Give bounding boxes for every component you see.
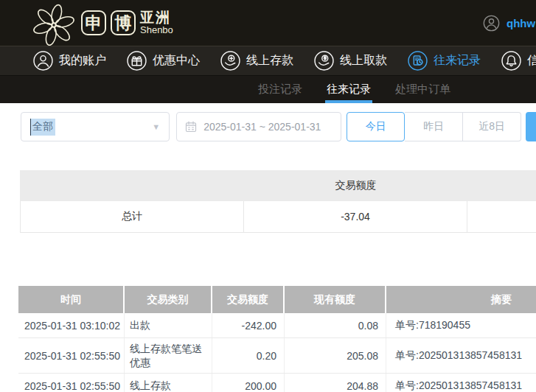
nav-label: 优惠中心 xyxy=(153,53,200,69)
column-header-type: 交易类别 xyxy=(125,286,212,313)
summary-table: 交易额度 总计 -37.04 xyxy=(20,170,536,233)
filter-row: 全部 ▼ 2025-01-31 ~ 2025-01-31 今日 昨日 近8日 xyxy=(21,112,536,141)
page: 申 博 亚洲 Shenbo qhhw 我的账户 xyxy=(0,0,536,392)
cell-summary: 单号:202501313857458131 xyxy=(386,338,536,373)
type-select[interactable]: 全部 ▼ xyxy=(21,112,170,141)
type-select-value: 全部 xyxy=(30,119,55,136)
cell-time: 2025-01-31 02:55:50 xyxy=(18,338,125,373)
nav-label: 我的账户 xyxy=(59,53,106,69)
nav-item-my-account[interactable]: 我的账户 xyxy=(33,51,106,71)
cell-balance: 205.08 xyxy=(285,338,386,373)
table-row: 2025-01-31 02:55:50 线上存款笔笔送优惠 0.20 205.0… xyxy=(18,338,536,374)
tab-label: 往来记录 xyxy=(327,83,371,97)
nav-label: 线上取款 xyxy=(340,53,387,69)
records-icon xyxy=(408,51,428,71)
table-row: 2025-01-31 03:10:02 出款 -242.00 0.08 单号:7… xyxy=(18,313,536,338)
summary-total-label: 总计 xyxy=(21,201,244,232)
cell-amount: 200.00 xyxy=(212,374,285,392)
today-button[interactable]: 今日 xyxy=(347,112,405,141)
sub-tabbar: 投注记录 往来记录 处理中订单 xyxy=(0,76,536,103)
date-range-input[interactable]: 2025-01-31 ~ 2025-01-31 xyxy=(176,112,341,141)
column-header-amount: 交易额度 xyxy=(212,286,285,313)
nav-item-transactions[interactable]: 往来记录 xyxy=(408,51,481,71)
user-area[interactable]: qhhw xyxy=(483,0,535,46)
records-table-header: 时间 交易类别 交易额度 现有额度 摘要 xyxy=(18,286,536,313)
cell-type: 出款 xyxy=(125,313,212,337)
column-header-balance: 现有额度 xyxy=(285,286,386,313)
nav-item-deposit[interactable]: 线上存款 xyxy=(220,51,293,71)
summary-total-spacer xyxy=(467,201,536,232)
flower-logo-icon xyxy=(31,2,77,46)
cell-time: 2025-01-31 03:10:02 xyxy=(18,313,125,337)
tab-transaction-records[interactable]: 往来记录 xyxy=(327,76,371,103)
user-icon xyxy=(33,51,53,71)
records-table: 时间 交易类别 交易额度 现有额度 摘要 2025-01-31 03:10:02… xyxy=(18,286,536,392)
date-range-value: 2025-01-31 ~ 2025-01-31 xyxy=(203,121,321,133)
cell-summary: 单号:718190455 xyxy=(386,313,536,337)
tab-bet-records[interactable]: 投注记录 xyxy=(258,76,302,103)
logo-brand-en: Shenbo xyxy=(140,25,173,35)
user-avatar-icon xyxy=(483,15,500,32)
chevron-down-icon: ▼ xyxy=(152,122,160,131)
cell-balance: 0.08 xyxy=(285,313,386,337)
search-button[interactable] xyxy=(526,112,536,141)
summary-table-header: 交易额度 xyxy=(20,170,536,201)
top-header: 申 博 亚洲 Shenbo qhhw xyxy=(0,0,536,46)
cell-balance: 204.88 xyxy=(285,374,386,392)
withdraw-icon xyxy=(314,51,334,71)
logo-wordmark: 亚洲 Shenbo xyxy=(140,10,173,35)
nav-label: 信 xyxy=(527,53,536,69)
cell-amount: -242.00 xyxy=(212,313,285,337)
nav-label: 往来记录 xyxy=(434,53,481,69)
summary-total-row: 总计 -37.04 xyxy=(20,201,536,233)
bell-icon xyxy=(501,51,521,71)
cell-type: 线上存款笔笔送优惠 xyxy=(125,338,212,373)
column-header-time: 时间 xyxy=(18,286,125,313)
tab-pending-orders[interactable]: 处理中订单 xyxy=(395,76,450,103)
summary-header-amount: 交易额度 xyxy=(244,179,467,192)
tab-label: 投注记录 xyxy=(258,83,302,97)
logo-region-text: 亚洲 xyxy=(140,10,173,25)
gift-icon xyxy=(127,51,147,71)
logo-char-shen: 申 xyxy=(81,10,106,35)
tab-label: 处理中订单 xyxy=(395,83,450,97)
logo-char-bo: 博 xyxy=(111,10,136,35)
cell-type: 线上存款 xyxy=(125,374,212,392)
brand-logo[interactable]: 申 博 亚洲 Shenbo xyxy=(31,0,173,46)
column-header-summary: 摘要 xyxy=(386,286,536,313)
deposit-icon xyxy=(220,51,240,71)
nav-label: 线上存款 xyxy=(246,53,293,69)
nav-item-withdraw[interactable]: 线上取款 xyxy=(314,51,387,71)
table-row: 2025-01-31 02:55:50 线上存款 200.00 204.88 单… xyxy=(18,374,536,392)
cell-amount: 0.20 xyxy=(212,338,285,373)
last-8-days-button[interactable]: 近8日 xyxy=(463,112,521,141)
cell-time: 2025-01-31 02:55:50 xyxy=(18,374,125,392)
nav-item-messages[interactable]: 信 xyxy=(501,51,536,71)
quick-date-buttons: 今日 昨日 近8日 xyxy=(347,112,521,141)
yesterday-button[interactable]: 昨日 xyxy=(405,112,463,141)
summary-total-value: -37.04 xyxy=(244,201,467,232)
nav-item-promotions[interactable]: 优惠中心 xyxy=(127,51,200,71)
calendar-icon xyxy=(185,121,197,133)
cell-summary: 单号:202501313857458131 xyxy=(386,374,536,392)
username[interactable]: qhhw xyxy=(507,17,535,29)
main-nav: 我的账户 优惠中心 线上存款 线上取款 xyxy=(0,46,536,76)
